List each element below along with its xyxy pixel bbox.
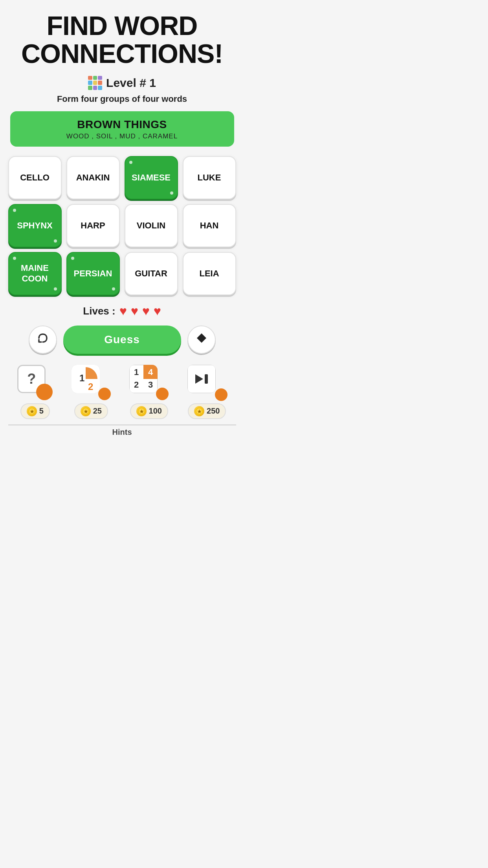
hint-1-icon: ? xyxy=(17,365,53,400)
hint-2-price: 25 xyxy=(93,406,102,416)
hint-3-cost: ★ 100 xyxy=(130,403,168,419)
tile-label: SPHYNX xyxy=(17,221,52,231)
coin-icon-2: ★ xyxy=(81,406,91,416)
hint-1-price: 5 xyxy=(39,406,44,416)
erase-button[interactable] xyxy=(187,326,216,354)
word-tile-siamese[interactable]: SIAMESE xyxy=(125,156,178,199)
svg-rect-21 xyxy=(205,374,208,384)
hint-item-4[interactable]: ★ 250 xyxy=(187,365,227,419)
solved-banner: BROWN THINGS WOOD , SOIL , MUD , CARAMEL xyxy=(10,111,234,147)
hint-1-cost: ★ 5 xyxy=(20,403,50,419)
svg-text:★: ★ xyxy=(139,409,143,414)
svg-text:1: 1 xyxy=(79,373,84,383)
word-tile-han[interactable]: HAN xyxy=(183,204,236,247)
svg-marker-0 xyxy=(197,333,206,343)
shuffle-button[interactable] xyxy=(29,326,57,354)
tile-label: ANAKIN xyxy=(76,173,110,183)
tile-label: HARP xyxy=(81,221,105,231)
hint-3-icon: 1 4 2 3 xyxy=(129,365,169,400)
hint-2-cost: ★ 25 xyxy=(74,403,108,419)
hint-1-badge xyxy=(36,384,53,400)
word-grid: CELLOANAKINSIAMESELUKESPHYNXHARPVIOLINHA… xyxy=(8,156,236,295)
hint-item-1[interactable]: ? ★ 5 xyxy=(17,365,53,419)
svg-text:★: ★ xyxy=(197,409,202,414)
svg-marker-20 xyxy=(195,374,203,384)
tile-label: PERSIAN xyxy=(74,268,112,279)
hints-label: Hints xyxy=(112,428,132,437)
word-tile-harp[interactable]: HARP xyxy=(66,204,120,247)
main-title: FIND WORD CONNECTIONS! xyxy=(0,12,244,68)
hint-4-price: 250 xyxy=(207,406,220,416)
tile-label: VIOLIN xyxy=(137,221,165,231)
word-tile-sphynx[interactable]: SPHYNX xyxy=(8,204,62,247)
hints-row: ? ★ 5 1 2 xyxy=(8,365,236,419)
shuffle-icon xyxy=(37,332,49,347)
svg-text:3: 3 xyxy=(148,380,153,390)
svg-text:★: ★ xyxy=(83,409,88,414)
hint-4-icon xyxy=(187,365,227,400)
tile-label: GUITAR xyxy=(135,268,167,279)
word-tile-leia[interactable]: LEIA xyxy=(183,252,236,295)
word-tile-mainecoon[interactable]: MAINE COON xyxy=(8,252,62,295)
grid-icon xyxy=(88,76,102,90)
erase-icon xyxy=(195,332,208,347)
coin-icon-1: ★ xyxy=(27,406,37,416)
word-tile-violin[interactable]: VIOLIN xyxy=(125,204,178,247)
heart-3: ♥ xyxy=(142,304,150,318)
hint-3-badge xyxy=(156,388,169,400)
svg-text:2: 2 xyxy=(88,381,93,392)
heart-1: ♥ xyxy=(119,304,127,318)
heart-2: ♥ xyxy=(131,304,138,318)
heart-4: ♥ xyxy=(154,304,161,318)
tile-label: CELLO xyxy=(20,173,50,183)
hint-item-3[interactable]: 1 4 2 3 ★ 100 xyxy=(129,365,169,419)
tile-label: LUKE xyxy=(198,173,221,183)
tile-label: LEIA xyxy=(199,268,219,279)
banner-title: BROWN THINGS xyxy=(18,118,226,131)
hint-3-price: 100 xyxy=(149,406,162,416)
svg-text:1: 1 xyxy=(134,367,139,377)
word-tile-luke[interactable]: LUKE xyxy=(183,156,236,199)
subtitle: Form four groups of four words xyxy=(57,94,187,104)
word-tile-cello[interactable]: CELLO xyxy=(8,156,62,199)
svg-text:4: 4 xyxy=(148,367,153,377)
hint-4-badge xyxy=(215,388,227,401)
coin-icon-3: ★ xyxy=(136,406,147,416)
action-row: Guess xyxy=(29,326,216,354)
bottom-divider xyxy=(8,425,236,425)
lives-label: Lives : xyxy=(83,305,115,317)
lives-row: Lives : ♥ ♥ ♥ ♥ xyxy=(83,304,161,318)
hint-item-2[interactable]: 1 2 1 2 xyxy=(72,365,111,419)
word-tile-persian[interactable]: PERSIAN xyxy=(66,252,120,295)
hint-4-cost: ★ 250 xyxy=(188,403,226,419)
hint-2-icon: 1 2 1 2 xyxy=(72,365,111,400)
word-tile-guitar[interactable]: GUITAR xyxy=(125,252,178,295)
banner-subtitle: WOOD , SOIL , MUD , CARAMEL xyxy=(18,132,226,140)
coin-icon-4: ★ xyxy=(194,406,204,416)
level-label: Level # 1 xyxy=(106,76,156,90)
svg-text:2: 2 xyxy=(134,380,139,390)
hints-section: ? ★ 5 1 2 xyxy=(8,365,236,437)
svg-text:★: ★ xyxy=(29,409,34,414)
tile-label: HAN xyxy=(200,221,219,231)
word-tile-anakin[interactable]: ANAKIN xyxy=(66,156,120,199)
hint-2-badge xyxy=(98,388,111,400)
guess-button[interactable]: Guess xyxy=(63,326,181,354)
tile-label: SIAMESE xyxy=(132,173,171,183)
tile-label: MAINE COON xyxy=(21,263,49,284)
